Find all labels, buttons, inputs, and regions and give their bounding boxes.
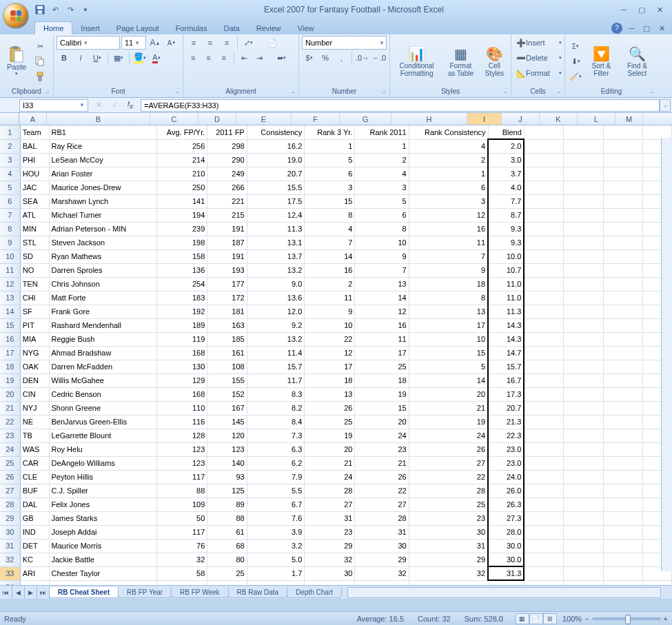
- cell[interactable]: 145: [207, 415, 247, 429]
- cell[interactable]: 177: [207, 277, 247, 291]
- cell[interactable]: [524, 511, 563, 525]
- cell[interactable]: 29: [305, 539, 355, 553]
- cell[interactable]: 7.3: [247, 429, 305, 442]
- cell[interactable]: 26: [409, 442, 488, 456]
- align-right-icon[interactable]: ≡: [217, 51, 231, 65]
- cell[interactable]: 29: [409, 553, 488, 566]
- name-box[interactable]: I33▼: [19, 99, 88, 112]
- cell[interactable]: STL: [20, 236, 49, 249]
- cell[interactable]: Rank 2011: [355, 125, 409, 139]
- cell[interactable]: 2: [305, 277, 355, 291]
- cell[interactable]: 14.3: [488, 318, 524, 332]
- cell[interactable]: 128: [157, 429, 207, 442]
- cell[interactable]: 15: [409, 346, 488, 360]
- sheet-tab[interactable]: RB Raw Data: [228, 587, 288, 598]
- cell[interactable]: 14: [305, 249, 355, 263]
- cell[interactable]: 27: [355, 498, 409, 511]
- sheet-nav-next-icon[interactable]: ▶: [25, 586, 37, 599]
- cell[interactable]: 13.2: [247, 332, 305, 346]
- cell[interactable]: [524, 346, 563, 360]
- cell[interactable]: [524, 415, 563, 429]
- cell[interactable]: [524, 553, 563, 566]
- cell[interactable]: 26: [355, 470, 409, 484]
- cell[interactable]: 12: [305, 346, 355, 360]
- cell[interactable]: [564, 222, 603, 236]
- cell[interactable]: 23: [305, 525, 355, 539]
- column-header-K[interactable]: K: [540, 113, 578, 125]
- cell[interactable]: [603, 167, 642, 181]
- cell[interactable]: 1: [355, 139, 409, 153]
- cell[interactable]: [603, 346, 642, 360]
- cell[interactable]: 18: [409, 277, 488, 291]
- cell[interactable]: 5: [305, 153, 355, 167]
- cell[interactable]: [564, 580, 603, 585]
- cell[interactable]: TEN: [20, 277, 49, 291]
- row-header[interactable]: 28: [0, 498, 20, 511]
- row-header[interactable]: 8: [0, 222, 20, 236]
- cell[interactable]: 25: [305, 415, 355, 429]
- cell[interactable]: 187: [207, 236, 247, 249]
- tab-formulas[interactable]: Formulas: [167, 22, 216, 34]
- undo-icon[interactable]: ↶: [48, 3, 62, 17]
- cell[interactable]: [564, 401, 603, 415]
- cell[interactable]: Ray Rice: [49, 139, 157, 153]
- cell[interactable]: 15.7: [488, 360, 524, 373]
- cell[interactable]: NYJ: [20, 401, 49, 415]
- column-header-D[interactable]: D: [198, 113, 236, 125]
- cell[interactable]: 16: [409, 222, 488, 236]
- formula-input[interactable]: =AVERAGE(F33:H33): [141, 99, 660, 112]
- column-header-L[interactable]: L: [578, 113, 615, 125]
- orientation-icon[interactable]: ⤢▾: [241, 36, 256, 50]
- cell[interactable]: 25: [355, 360, 409, 373]
- cell[interactable]: 290: [207, 153, 247, 167]
- align-center-icon[interactable]: ≡: [201, 51, 215, 65]
- cell[interactable]: 22.3: [488, 429, 524, 442]
- cell[interactable]: [524, 484, 563, 498]
- cell[interactable]: [603, 525, 642, 539]
- cell[interactable]: 32: [305, 553, 355, 566]
- conditional-formatting-button[interactable]: 📊Conditional Formatting: [393, 39, 440, 84]
- cell[interactable]: 8.3: [247, 387, 305, 401]
- cell[interactable]: 10.0: [488, 249, 524, 263]
- cell[interactable]: 1: [305, 139, 355, 153]
- column-header-B[interactable]: B: [47, 113, 150, 125]
- cell[interactable]: [564, 539, 603, 553]
- cell[interactable]: 1.7: [247, 566, 305, 580]
- cell[interactable]: [524, 566, 563, 580]
- cell[interactable]: 11.0: [488, 277, 524, 291]
- cell[interactable]: MIA: [20, 332, 49, 346]
- cell[interactable]: [524, 525, 563, 539]
- comma-format-icon[interactable]: ,: [334, 51, 349, 65]
- cell[interactable]: [603, 332, 642, 346]
- cell[interactable]: 20.7: [488, 401, 524, 415]
- cell[interactable]: 17: [409, 318, 488, 332]
- cell[interactable]: 28: [305, 484, 355, 498]
- cell[interactable]: [564, 208, 603, 222]
- cell[interactable]: 11.4: [247, 346, 305, 360]
- cell[interactable]: 109: [157, 498, 207, 511]
- cell[interactable]: 6: [355, 208, 409, 222]
- cell[interactable]: [524, 318, 563, 332]
- minimize-button[interactable]: ─: [615, 3, 632, 16]
- cell[interactable]: [524, 194, 563, 208]
- sheet-tab[interactable]: RB FP Year: [118, 587, 172, 598]
- cell[interactable]: [524, 139, 563, 153]
- cell[interactable]: 20.7: [247, 167, 305, 181]
- cell[interactable]: 11: [305, 291, 355, 305]
- clear-icon[interactable]: 🧹▾: [568, 70, 583, 83]
- font-name-combo[interactable]: Calibri▼: [57, 36, 120, 50]
- cell[interactable]: 16.7: [488, 373, 524, 387]
- cell[interactable]: [564, 456, 603, 470]
- cell[interactable]: 256: [157, 139, 207, 153]
- cell[interactable]: [564, 373, 603, 387]
- format-as-table-button[interactable]: ▦Format as Table: [442, 39, 479, 84]
- cell[interactable]: [564, 139, 603, 153]
- fill-icon[interactable]: ⬇▾: [568, 54, 583, 68]
- cell[interactable]: 2: [355, 153, 409, 167]
- doc-minimize-button[interactable]: ─: [625, 22, 638, 34]
- cell[interactable]: [524, 580, 563, 585]
- cell[interactable]: ARI: [20, 566, 49, 580]
- cell[interactable]: [603, 401, 642, 415]
- cell[interactable]: 8.7: [488, 208, 524, 222]
- cell[interactable]: 198: [157, 236, 207, 249]
